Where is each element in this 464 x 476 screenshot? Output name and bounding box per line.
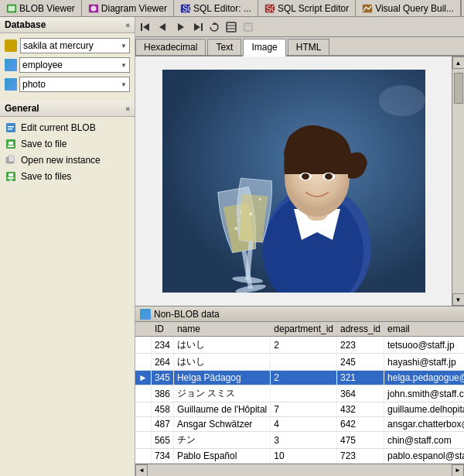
connection-row: sakila at mercury ▼ <box>5 38 130 53</box>
svg-rect-18 <box>9 173 13 176</box>
table-dropdown[interactable]: employee ▼ <box>19 57 130 73</box>
cell-dept: 2 <box>271 371 337 385</box>
tab-hexadecimal[interactable]: Hexadecimal <box>135 39 206 55</box>
database-collapse-btn[interactable]: « <box>125 21 130 29</box>
nav-first-btn[interactable] <box>138 19 154 35</box>
table-row[interactable]: 386 ジョン スミス 364 john.smith@staff.com <box>135 385 464 402</box>
col-indicator <box>135 322 151 337</box>
open-instance-action[interactable]: Open new instance <box>5 154 130 166</box>
cell-id: 345 <box>151 371 173 385</box>
tab-sql-script[interactable]: SQL SQL Script Editor <box>258 0 356 16</box>
column-row: photo ▼ <box>5 77 130 92</box>
cell-addr: 223 <box>337 337 384 354</box>
edit-blob-action[interactable]: Edit current BLOB <box>5 122 130 134</box>
cell-id: 264 <box>151 354 173 371</box>
scroll-left-arrow[interactable]: ◄ <box>135 464 148 477</box>
sidebar: Database « sakila at mercury ▼ employee … <box>0 17 135 476</box>
cell-addr: 321 <box>337 371 384 385</box>
scroll-right-arrow[interactable]: ► <box>452 464 464 477</box>
nav-last-btn[interactable] <box>189 19 205 35</box>
data-table-wrapper[interactable]: ID name department_id adress_id email 23… <box>135 322 464 464</box>
cell-email: ansgar.chatterbox@staff.de <box>384 417 464 432</box>
tab-scroll-arrows: ◄ ► ✕ <box>461 0 464 16</box>
general-section-header: General « <box>0 101 135 117</box>
tab-html[interactable]: HTML <box>288 39 330 55</box>
svg-rect-19 <box>8 177 14 179</box>
general-collapse-btn[interactable]: « <box>125 104 130 113</box>
scroll-down-arrow[interactable]: ▼ <box>452 293 465 306</box>
row-indicator <box>135 417 151 432</box>
top-tab-bar: BLOB Viewer Diagram Viewer SQL SQL Edito… <box>0 0 464 17</box>
tab-text[interactable]: Text <box>207 39 241 55</box>
cell-email: tetsuoo@staff.jp <box>384 337 464 354</box>
export-btn[interactable] <box>241 19 256 35</box>
row-indicator <box>135 449 151 464</box>
svg-rect-31 <box>244 23 252 31</box>
tab-image[interactable]: Image <box>243 39 285 57</box>
cell-name: はいし <box>173 354 270 371</box>
table-row[interactable]: 458 Guillaume de l'Hôpital 7 432 guillau… <box>135 402 464 417</box>
nonblob-icon <box>140 309 151 320</box>
cell-name: はいし <box>173 337 270 354</box>
scroll-thumb[interactable] <box>454 73 463 104</box>
cell-dept: 4 <box>271 417 337 432</box>
image-area: ▲ ▼ <box>135 57 464 306</box>
cell-id: 487 <box>151 417 173 432</box>
save-to-files-action[interactable]: Save to files <box>5 170 130 183</box>
cell-email: guillaume.delhopital@staff.es <box>384 402 464 417</box>
save-to-file-action[interactable]: Save to file <box>5 138 130 150</box>
table-row[interactable]: 565 チン 3 475 chin@staff.com <box>135 432 464 449</box>
table-row[interactable]: ► 345 Helga Pädagog 2 321 helga.pedagogu… <box>135 371 464 385</box>
table-row[interactable]: 487 Ansgar Schwätzer 4 642 ansgar.chatte… <box>135 417 464 432</box>
cell-addr: 723 <box>337 449 384 464</box>
column-dropdown[interactable]: photo ▼ <box>19 77 130 92</box>
scroll-h-track[interactable] <box>148 464 452 477</box>
vertical-scrollbar[interactable]: ▲ ▼ <box>452 57 464 306</box>
tab-blob-viewer[interactable]: BLOB Viewer <box>0 0 82 16</box>
connection-dropdown[interactable]: sakila at mercury ▼ <box>20 38 130 53</box>
svg-text:SQL: SQL <box>266 3 275 12</box>
tab-diagram-viewer[interactable]: Diagram Viewer <box>82 0 174 16</box>
nav-prev-btn[interactable] <box>155 19 171 35</box>
horizontal-scrollbar: ◄ ► <box>135 464 464 476</box>
svg-marker-24 <box>178 23 184 31</box>
tab-sql-editor[interactable]: SQL SQL Editor: ... <box>174 0 258 16</box>
cell-name: Pablo Español <box>173 449 270 464</box>
cell-dept: 7 <box>271 402 337 417</box>
refresh-btn[interactable] <box>206 19 222 35</box>
cell-name: チン <box>173 432 270 449</box>
svg-rect-28 <box>227 22 236 32</box>
col-id: ID <box>151 322 173 337</box>
svg-point-43 <box>325 173 333 180</box>
image-container <box>135 57 452 306</box>
svg-point-41 <box>302 173 309 180</box>
row-indicator: ► <box>135 371 151 385</box>
svg-rect-11 <box>8 128 12 130</box>
svg-marker-23 <box>159 23 165 31</box>
col-name: name <box>173 322 270 337</box>
cell-id: 734 <box>151 449 173 464</box>
table-dropdown-arrow: ▼ <box>121 62 127 69</box>
table-icon <box>5 59 17 71</box>
tab-visual-query[interactable]: Visual Query Buil... <box>356 0 461 16</box>
nonblob-header: Non-BLOB data <box>135 306 464 322</box>
column-dropdown-arrow: ▼ <box>121 81 127 88</box>
nav-next-btn[interactable] <box>172 19 188 35</box>
view-tabs: Hexadecimal Text Image HTML <box>135 37 464 57</box>
settings-btn[interactable] <box>223 19 239 35</box>
scroll-up-arrow[interactable]: ▲ <box>452 57 465 69</box>
cell-email: chin@staff.com <box>384 432 464 449</box>
col-addr: adress_id <box>337 322 384 337</box>
table-row[interactable]: 734 Pablo Español 10 723 pablo.espanol@s… <box>135 449 464 464</box>
svg-text:SQL: SQL <box>183 3 191 12</box>
table-row[interactable]: 264 はいし 245 hayashi@staff.jp <box>135 354 464 371</box>
table-row[interactable]: 234 はいし 2 223 tetsuoo@staff.jp <box>135 337 464 354</box>
col-dept: department_id <box>271 322 337 337</box>
edit-icon <box>5 122 17 134</box>
scroll-track <box>452 69 464 293</box>
cell-addr: 364 <box>337 385 384 402</box>
svg-rect-9 <box>6 123 15 132</box>
database-section: sakila at mercury ▼ employee ▼ photo ▼ <box>0 33 135 101</box>
cell-dept <box>271 385 337 402</box>
cell-dept: 2 <box>271 337 337 354</box>
